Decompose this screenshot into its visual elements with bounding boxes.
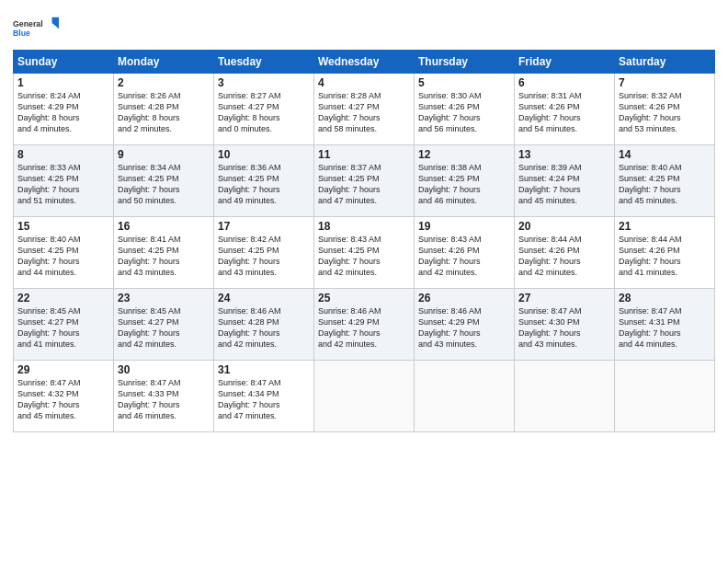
- day-number: 20: [518, 220, 610, 233]
- calendar-cell: 8Sunrise: 8:33 AM Sunset: 4:25 PM Daylig…: [14, 145, 114, 217]
- calendar-cell: 26Sunrise: 8:46 AM Sunset: 4:29 PM Dayli…: [415, 289, 515, 361]
- calendar-cell: 2Sunrise: 8:26 AM Sunset: 4:28 PM Daylig…: [114, 74, 214, 145]
- calendar-cell: 25Sunrise: 8:46 AM Sunset: 4:29 PM Dayli…: [314, 289, 415, 361]
- calendar-cell: 3Sunrise: 8:27 AM Sunset: 4:27 PM Daylig…: [214, 74, 314, 145]
- calendar-cell: 4Sunrise: 8:28 AM Sunset: 4:27 PM Daylig…: [314, 74, 415, 145]
- day-info: Sunrise: 8:40 AM Sunset: 4:25 PM Dayligh…: [17, 234, 109, 279]
- calendar-cell: 24Sunrise: 8:46 AM Sunset: 4:28 PM Dayli…: [214, 289, 314, 361]
- day-info: Sunrise: 8:40 AM Sunset: 4:25 PM Dayligh…: [619, 162, 711, 207]
- svg-text:Blue: Blue: [13, 29, 30, 38]
- day-number: 3: [218, 76, 310, 89]
- day-number: 7: [619, 76, 711, 89]
- day-info: Sunrise: 8:44 AM Sunset: 4:26 PM Dayligh…: [518, 234, 610, 279]
- day-info: Sunrise: 8:26 AM Sunset: 4:28 PM Dayligh…: [118, 90, 210, 135]
- day-info: Sunrise: 8:34 AM Sunset: 4:25 PM Dayligh…: [118, 162, 210, 207]
- header: General Blue: [13, 9, 715, 46]
- calendar-cell: 16Sunrise: 8:41 AM Sunset: 4:25 PM Dayli…: [114, 217, 214, 289]
- week-row-1: 1Sunrise: 8:24 AM Sunset: 4:29 PM Daylig…: [14, 74, 715, 145]
- logo: General Blue: [13, 9, 59, 46]
- day-info: Sunrise: 8:46 AM Sunset: 4:28 PM Dayligh…: [218, 305, 310, 350]
- day-number: 6: [518, 76, 610, 89]
- day-number: 23: [118, 292, 210, 304]
- header-day-friday: Friday: [515, 51, 615, 74]
- svg-text:General: General: [13, 19, 43, 29]
- day-number: 9: [118, 148, 210, 161]
- calendar-cell: 5Sunrise: 8:30 AM Sunset: 4:26 PM Daylig…: [415, 74, 515, 145]
- day-number: 4: [318, 76, 410, 89]
- day-info: Sunrise: 8:43 AM Sunset: 4:26 PM Dayligh…: [418, 234, 510, 279]
- header-day-thursday: Thursday: [415, 51, 515, 74]
- day-number: 25: [318, 292, 410, 304]
- calendar-cell: 13Sunrise: 8:39 AM Sunset: 4:24 PM Dayli…: [515, 145, 615, 217]
- day-info: Sunrise: 8:47 AM Sunset: 4:30 PM Dayligh…: [518, 305, 610, 350]
- day-info: Sunrise: 8:46 AM Sunset: 4:29 PM Dayligh…: [318, 305, 410, 350]
- day-info: Sunrise: 8:32 AM Sunset: 4:26 PM Dayligh…: [619, 90, 711, 135]
- day-info: Sunrise: 8:39 AM Sunset: 4:24 PM Dayligh…: [518, 162, 610, 207]
- header-day-wednesday: Wednesday: [314, 51, 415, 74]
- day-info: Sunrise: 8:28 AM Sunset: 4:27 PM Dayligh…: [318, 90, 410, 135]
- day-number: 16: [118, 220, 210, 233]
- day-info: Sunrise: 8:30 AM Sunset: 4:26 PM Dayligh…: [418, 90, 510, 135]
- day-info: Sunrise: 8:45 AM Sunset: 4:27 PM Dayligh…: [118, 305, 210, 350]
- day-info: Sunrise: 8:47 AM Sunset: 4:31 PM Dayligh…: [619, 305, 711, 350]
- day-info: Sunrise: 8:41 AM Sunset: 4:25 PM Dayligh…: [118, 234, 210, 279]
- day-number: 14: [619, 148, 711, 161]
- logo-svg: General Blue: [13, 9, 59, 46]
- calendar-cell: 31Sunrise: 8:47 AM Sunset: 4:34 PM Dayli…: [214, 361, 314, 432]
- day-number: 18: [318, 220, 410, 233]
- week-row-3: 15Sunrise: 8:40 AM Sunset: 4:25 PM Dayli…: [14, 217, 715, 289]
- calendar-cell: 18Sunrise: 8:43 AM Sunset: 4:25 PM Dayli…: [314, 217, 415, 289]
- calendar-table: SundayMondayTuesdayWednesdayThursdayFrid…: [13, 50, 715, 432]
- day-number: 31: [218, 363, 310, 376]
- calendar-cell: 1Sunrise: 8:24 AM Sunset: 4:29 PM Daylig…: [14, 74, 114, 145]
- week-row-5: 29Sunrise: 8:47 AM Sunset: 4:32 PM Dayli…: [14, 361, 715, 432]
- calendar-cell: 30Sunrise: 8:47 AM Sunset: 4:33 PM Dayli…: [114, 361, 214, 432]
- day-number: 12: [418, 148, 510, 161]
- calendar-cell: 6Sunrise: 8:31 AM Sunset: 4:26 PM Daylig…: [515, 74, 615, 145]
- calendar-cell: 9Sunrise: 8:34 AM Sunset: 4:25 PM Daylig…: [114, 145, 214, 217]
- week-row-4: 22Sunrise: 8:45 AM Sunset: 4:27 PM Dayli…: [14, 289, 715, 361]
- header-day-sunday: Sunday: [14, 51, 114, 74]
- calendar-cell: 7Sunrise: 8:32 AM Sunset: 4:26 PM Daylig…: [615, 74, 715, 145]
- header-day-monday: Monday: [114, 51, 214, 74]
- day-number: 26: [418, 292, 510, 304]
- calendar-cell: [615, 361, 715, 432]
- calendar-cell: 15Sunrise: 8:40 AM Sunset: 4:25 PM Dayli…: [14, 217, 114, 289]
- day-info: Sunrise: 8:24 AM Sunset: 4:29 PM Dayligh…: [17, 90, 109, 135]
- day-info: Sunrise: 8:47 AM Sunset: 4:34 PM Dayligh…: [218, 377, 310, 422]
- calendar-cell: 20Sunrise: 8:44 AM Sunset: 4:26 PM Dayli…: [515, 217, 615, 289]
- day-info: Sunrise: 8:27 AM Sunset: 4:27 PM Dayligh…: [218, 90, 310, 135]
- calendar-cell: 14Sunrise: 8:40 AM Sunset: 4:25 PM Dayli…: [615, 145, 715, 217]
- calendar-cell: 12Sunrise: 8:38 AM Sunset: 4:25 PM Dayli…: [415, 145, 515, 217]
- day-number: 28: [619, 292, 711, 304]
- day-number: 24: [218, 292, 310, 304]
- day-number: 10: [218, 148, 310, 161]
- day-info: Sunrise: 8:47 AM Sunset: 4:32 PM Dayligh…: [17, 377, 109, 422]
- header-day-tuesday: Tuesday: [214, 51, 314, 74]
- calendar-cell: [314, 361, 415, 432]
- day-info: Sunrise: 8:31 AM Sunset: 4:26 PM Dayligh…: [518, 90, 610, 135]
- day-info: Sunrise: 8:47 AM Sunset: 4:33 PM Dayligh…: [118, 377, 210, 422]
- calendar-cell: 11Sunrise: 8:37 AM Sunset: 4:25 PM Dayli…: [314, 145, 415, 217]
- day-info: Sunrise: 8:33 AM Sunset: 4:25 PM Dayligh…: [17, 162, 109, 207]
- day-number: 8: [17, 148, 109, 161]
- calendar-cell: 10Sunrise: 8:36 AM Sunset: 4:25 PM Dayli…: [214, 145, 314, 217]
- calendar-cell: 27Sunrise: 8:47 AM Sunset: 4:30 PM Dayli…: [515, 289, 615, 361]
- day-number: 15: [17, 220, 109, 233]
- day-info: Sunrise: 8:38 AM Sunset: 4:25 PM Dayligh…: [418, 162, 510, 207]
- day-number: 2: [118, 76, 210, 89]
- day-number: 22: [17, 292, 109, 304]
- calendar-cell: 22Sunrise: 8:45 AM Sunset: 4:27 PM Dayli…: [14, 289, 114, 361]
- calendar-cell: [515, 361, 615, 432]
- day-number: 19: [418, 220, 510, 233]
- day-number: 30: [118, 363, 210, 376]
- day-number: 27: [518, 292, 610, 304]
- day-info: Sunrise: 8:45 AM Sunset: 4:27 PM Dayligh…: [17, 305, 109, 350]
- calendar-cell: [415, 361, 515, 432]
- svg-marker-2: [52, 17, 60, 29]
- calendar-cell: 17Sunrise: 8:42 AM Sunset: 4:25 PM Dayli…: [214, 217, 314, 289]
- day-info: Sunrise: 8:46 AM Sunset: 4:29 PM Dayligh…: [418, 305, 510, 350]
- day-number: 29: [17, 363, 109, 376]
- day-number: 1: [17, 76, 109, 89]
- week-row-2: 8Sunrise: 8:33 AM Sunset: 4:25 PM Daylig…: [14, 145, 715, 217]
